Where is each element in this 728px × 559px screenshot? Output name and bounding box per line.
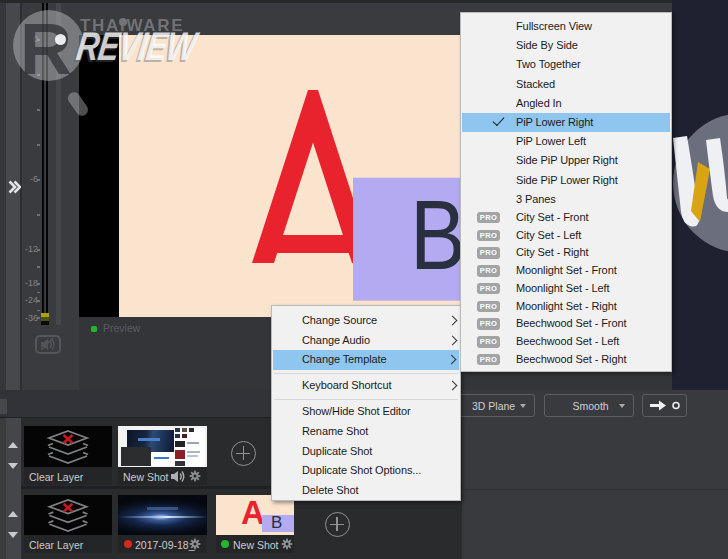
svg-text:B: B bbox=[410, 180, 466, 290]
